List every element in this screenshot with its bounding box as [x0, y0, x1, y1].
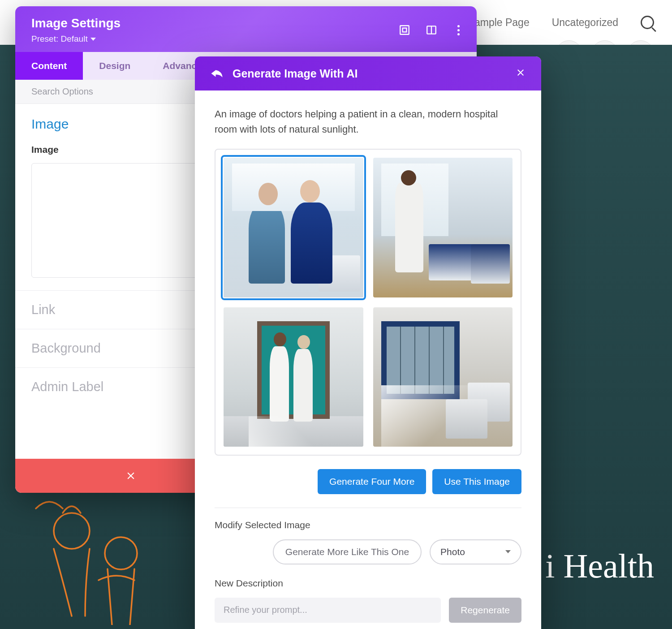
close-button[interactable]: [515, 67, 526, 80]
close-icon: [515, 67, 526, 78]
panel-title: Image Settings: [31, 16, 461, 30]
modify-heading: Modify Selected Image: [215, 520, 521, 530]
more-options-icon[interactable]: [452, 24, 464, 36]
panel-header: Image Settings Preset: Default: [15, 6, 477, 52]
regenerate-button[interactable]: Regenerate: [449, 598, 521, 623]
thumbnails-container: [215, 149, 521, 456]
generated-image-4[interactable]: [373, 307, 513, 447]
svg-point-0: [54, 513, 90, 549]
ai-modal-body: An image of doctors helping a patient in…: [195, 90, 541, 629]
back-arrow-icon[interactable]: [210, 68, 224, 79]
svg-rect-3: [403, 28, 407, 32]
preset-selector[interactable]: Preset: Default: [31, 34, 96, 44]
search-icon[interactable]: [641, 16, 654, 29]
chevron-down-icon: [505, 550, 511, 553]
modify-actions: Generate More Like This One Photo: [215, 539, 521, 564]
use-this-image-button[interactable]: Use This Image: [432, 469, 521, 494]
tab-design[interactable]: Design: [83, 52, 146, 80]
close-icon: [125, 470, 137, 482]
prompt-description: An image of doctors helping a patient in…: [215, 107, 521, 137]
hero-illustration: [18, 491, 179, 625]
generated-image-2[interactable]: [373, 158, 513, 297]
generate-four-more-button[interactable]: Generate Four More: [318, 469, 426, 494]
svg-rect-2: [400, 26, 409, 34]
generate-image-ai-modal: Generate Image With AI An image of docto…: [195, 56, 541, 629]
chevron-down-icon: [90, 38, 96, 41]
refine-row: Regenerate: [215, 598, 521, 623]
hero-heading: i Health: [545, 547, 654, 586]
generated-image-3[interactable]: [224, 307, 363, 447]
columns-icon[interactable]: [426, 24, 437, 36]
generated-image-1[interactable]: [224, 158, 363, 297]
divider: [215, 508, 521, 508]
expand-icon[interactable]: [399, 24, 410, 36]
ai-modal-header: Generate Image With AI: [195, 56, 541, 90]
primary-actions: Generate Four More Use This Image: [215, 469, 521, 494]
svg-point-1: [105, 537, 137, 569]
ai-modal-title: Generate Image With AI: [233, 67, 506, 80]
tab-content[interactable]: Content: [15, 52, 83, 80]
new-description-label: New Description: [215, 578, 521, 589]
style-select[interactable]: Photo: [430, 539, 521, 564]
nav-item[interactable]: Uncategorized: [552, 17, 618, 29]
refine-prompt-input[interactable]: [215, 598, 441, 623]
generate-more-like-button[interactable]: Generate More Like This One: [273, 539, 422, 564]
nav-item[interactable]: Sample Page: [468, 17, 530, 29]
